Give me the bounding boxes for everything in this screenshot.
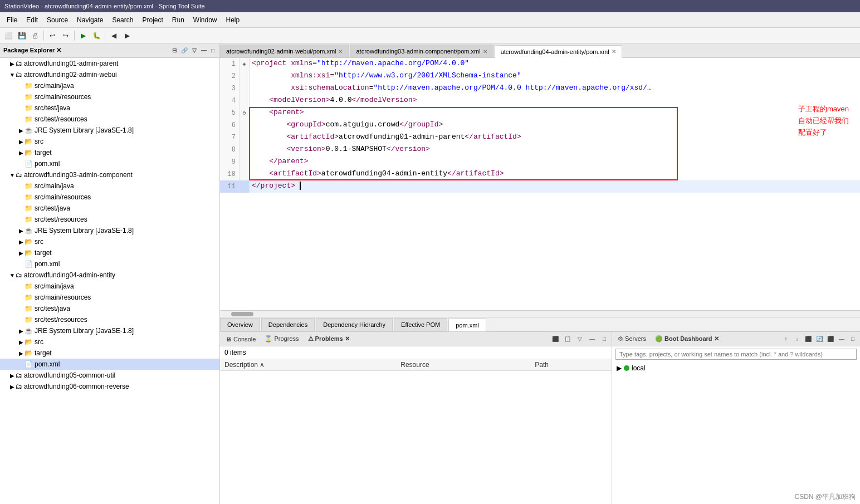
src-02[interactable]: ▶ 📂 src (0, 136, 219, 147)
src-test-res-04[interactable]: 📁 src/test/resources (0, 314, 219, 325)
col-path[interactable]: Path (530, 359, 612, 371)
tree-view[interactable]: ▶ 🗂 atcrowdfunding01-admin-parent ▼ 🗂 at… (0, 58, 219, 504)
tree-item-proj03[interactable]: ▼ 🗂 atcrowdfunding03-admin-component (0, 169, 219, 180)
boot-item-local[interactable]: ▶ local (614, 363, 858, 373)
problems-collapse-btn[interactable]: ▽ (575, 334, 585, 344)
src-test-java-03[interactable]: 📁 src/test/java (0, 203, 219, 214)
code-editor[interactable]: 1 ◈ <project xmlns="http://maven.apache.… (220, 58, 860, 310)
boot-btn-4[interactable]: 🔄 (814, 334, 824, 344)
src-03[interactable]: ▶ 📂 src (0, 236, 219, 247)
boot-btn-1[interactable]: ↑ (781, 334, 791, 344)
src-test-java-04[interactable]: 📁 src/test/java (0, 303, 219, 314)
menu-search[interactable]: Search (108, 14, 138, 26)
collapse-all-btn[interactable]: ⊟ (170, 47, 178, 54)
code-content-8[interactable]: <version>0.0.1-SNAPSHOT</version> (250, 144, 860, 156)
boot-max-btn[interactable]: □ (848, 334, 858, 344)
code-content-1[interactable]: <project xmlns="http://maven.apache.org/… (250, 58, 860, 70)
editor-tab-3[interactable]: atcrowdfunding04-admin-entity/pom.xml ✕ (495, 45, 622, 58)
pom-04[interactable]: 📄 pom.xml (0, 359, 219, 370)
problems-copy-btn[interactable]: 📋 (563, 334, 573, 344)
editor-tab-1-close[interactable]: ✕ (338, 48, 343, 55)
menu-source[interactable]: Source (42, 14, 72, 26)
servers-tab-btn[interactable]: ⚙ Servers (614, 335, 649, 343)
minimize-btn[interactable]: — (199, 47, 208, 54)
menu-project[interactable]: Project (138, 14, 167, 26)
boot-btn-3[interactable]: ⬛ (803, 334, 813, 344)
tree-item-proj06[interactable]: ▶ 🗂 atcrowdfunding06-common-reverse (0, 381, 219, 392)
col-resource[interactable]: Resource (396, 359, 530, 371)
jre-03[interactable]: ▶ ☕ JRE System Library [JavaSE-1.8] (0, 225, 219, 236)
src-test-res-03[interactable]: 📁 src/test/resources (0, 214, 219, 225)
view-menu-btn[interactable]: ▽ (190, 47, 198, 54)
pom-02[interactable]: 📄 pom.xml (0, 158, 219, 169)
menu-help[interactable]: Help (222, 14, 245, 26)
bottom-tab-dependencies[interactable]: Dependencies (261, 318, 315, 331)
jre-02[interactable]: ▶ ☕ JRE System Library [JavaSE-1.8] (0, 125, 219, 136)
maximize-btn[interactable]: □ (209, 47, 216, 54)
code-content-2[interactable]: xmlns:xsi="http://www.w3.org/2001/XMLSch… (250, 70, 860, 82)
menu-edit[interactable]: Edit (22, 14, 42, 26)
target-04[interactable]: ▶ 📂 target (0, 348, 219, 359)
code-content-5[interactable]: <parent> (250, 107, 860, 119)
jre-04[interactable]: ▶ ☕ JRE System Library [JavaSE-1.8] (0, 325, 219, 336)
menu-run[interactable]: Run (168, 14, 189, 26)
menu-navigate[interactable]: Navigate (72, 14, 108, 26)
toolbar-fwd[interactable]: ▶ (121, 30, 133, 42)
code-content-11[interactable]: </project> (250, 180, 860, 193)
code-content-9[interactable]: </parent> (250, 156, 860, 168)
boot-min-btn[interactable]: — (837, 334, 847, 344)
src-main-java-02[interactable]: 📁 src/main/java (0, 80, 219, 91)
tree-item-proj05[interactable]: ▶ 🗂 atcrowdfunding05-common-util (0, 370, 219, 381)
tree-item-proj02[interactable]: ▼ 🗂 atcrowdfunding02-admin-webui (0, 69, 219, 80)
code-content-7[interactable]: <artifactId>atcrowdfunding01-admin-paren… (250, 131, 860, 144)
progress-tab-btn[interactable]: ⏳ Progress (261, 335, 302, 343)
src-test-java-02[interactable]: 📁 src/test/java (0, 102, 219, 114)
boot-search-input[interactable] (615, 349, 857, 360)
src-main-res-03[interactable]: 📁 src/main/resources (0, 192, 219, 203)
toolbar-undo[interactable]: ↩ (46, 30, 58, 42)
bottom-tab-overview[interactable]: Overview (220, 318, 260, 331)
toolbar-debug[interactable]: 🐛 (90, 30, 102, 42)
tree-item-proj01[interactable]: ▶ 🗂 atcrowdfunding01-admin-parent (0, 58, 219, 69)
code-content-6[interactable]: <groupId>com.atguigu.crowd</groupId> (250, 119, 860, 131)
bottom-tab-pomxml[interactable]: pom.xml (448, 319, 486, 331)
console-tab-btn[interactable]: 🖥 Console (222, 335, 259, 343)
problems-filter-btn[interactable]: ⬛ (550, 334, 560, 344)
pom-03[interactable]: 📄 pom.xml (0, 258, 219, 270)
editor-tab-2-close[interactable]: ✕ (483, 48, 487, 55)
target-02[interactable]: ▶ 📂 target (0, 147, 219, 158)
menu-window[interactable]: Window (189, 14, 222, 26)
toolbar-new[interactable]: ⬜ (2, 30, 14, 42)
link-editor-btn[interactable]: 🔗 (179, 47, 189, 54)
editor-tab-3-close[interactable]: ✕ (612, 48, 616, 55)
problems-max-btn[interactable]: □ (599, 334, 609, 344)
code-content-4[interactable]: <modelVersion>4.0.0</modelVersion> (250, 95, 860, 107)
problems-tab-btn[interactable]: ⚠ Problems ✕ (305, 335, 353, 343)
problems-table[interactable]: Description ∧ Resource Path (220, 359, 612, 504)
toolbar-print[interactable]: 🖨 (29, 30, 41, 42)
target-03[interactable]: ▶ 📂 target (0, 247, 219, 258)
src-main-java-03[interactable]: 📁 src/main/java (0, 180, 219, 192)
code-content-10[interactable]: <artifactId>atcrowdfunding04-admin-entit… (250, 168, 860, 180)
bottom-tab-dephierarchy[interactable]: Dependency Hierarchy (316, 318, 393, 331)
col-description[interactable]: Description ∧ (220, 359, 396, 371)
toolbar-save[interactable]: 💾 (16, 30, 28, 42)
toolbar-run[interactable]: ▶ (77, 30, 89, 42)
boot-btn-2[interactable]: ↓ (792, 334, 802, 344)
src-main-res-04[interactable]: 📁 src/main/resources (0, 292, 219, 303)
editor-tab-2[interactable]: atcrowdfunding03-admin-component/pom.xml… (350, 45, 493, 57)
toolbar-redo[interactable]: ↪ (60, 30, 72, 42)
boot-dashboard-tab-btn[interactable]: 🟢 Boot Dashboard ✕ (652, 335, 722, 343)
boot-btn-5[interactable]: ⬛ (825, 334, 835, 344)
toolbar-back[interactable]: ◀ (108, 30, 120, 42)
src-04[interactable]: ▶ 📂 src (0, 336, 219, 348)
tree-item-proj04[interactable]: ▼ 🗂 atcrowdfunding04-admin-entity (0, 270, 219, 281)
src-main-res-02[interactable]: 📁 src/main/resources (0, 91, 219, 102)
editor-hscroll[interactable] (220, 310, 860, 317)
editor-tab-1[interactable]: atcrowdfunding02-admin-webui/pom.xml ✕ (220, 45, 349, 57)
problems-min-btn[interactable]: — (587, 334, 597, 344)
menu-file[interactable]: File (2, 14, 22, 26)
code-content-3[interactable]: xsi:schemaLocation="http://maven.apache.… (250, 82, 860, 95)
editor-hscroll-thumb[interactable] (231, 312, 253, 316)
bottom-tab-epom[interactable]: Effective POM (394, 318, 447, 331)
